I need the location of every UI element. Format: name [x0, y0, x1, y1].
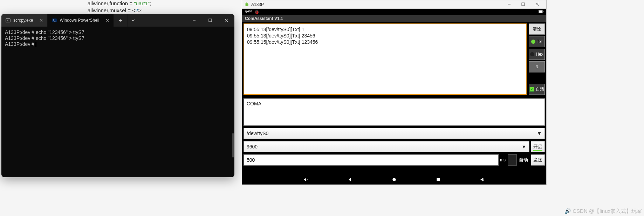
check-icon: ✔: [529, 87, 534, 92]
maximize-button[interactable]: [516, 2, 530, 7]
back-button[interactable]: [347, 177, 353, 184]
hex-mode-button[interactable]: Hex: [529, 49, 545, 60]
radio-on-icon: [531, 40, 535, 44]
code-background: allwinner,function = "uart1"; allwinner,…: [88, 0, 151, 14]
chevron-down-icon: ▼: [537, 131, 542, 136]
terminal-line: A133P:/dev # echo "123456" > ttyS7: [5, 35, 231, 41]
port-select[interactable]: /dev/ttyS0 ▼: [244, 128, 545, 139]
watermark: 🔊CSDN @【linux嵌入式】玩家: [564, 208, 642, 215]
android-navbar: [242, 176, 546, 184]
interval-input[interactable]: 500: [244, 154, 499, 166]
new-tab-button[interactable]: ＋: [114, 14, 128, 27]
svg-rect-10: [437, 178, 440, 181]
log-textarea[interactable]: 09:55:13[/dev/ttyS0][Txt] 1 09:55:13[/de…: [244, 23, 527, 95]
speaker-icon: 🔊: [564, 208, 571, 214]
count-badge: 3: [529, 61, 545, 72]
close-icon[interactable]: ✕: [39, 18, 43, 23]
send-button[interactable]: 发送: [531, 154, 545, 166]
radio-off-icon: [530, 52, 534, 56]
close-button[interactable]: [218, 14, 234, 27]
minimize-button[interactable]: [502, 2, 516, 7]
home-button[interactable]: [391, 177, 397, 184]
interval-unit: ms: [499, 154, 507, 166]
tab-scrcpy[interactable]: scrcpy.exe ✕: [1, 14, 48, 27]
svg-rect-2: [209, 19, 212, 22]
volume-icon[interactable]: [303, 177, 309, 184]
bug-icon: 🐞: [254, 10, 259, 14]
recents-button[interactable]: [436, 177, 441, 184]
open-button[interactable]: 开启: [531, 141, 545, 152]
volume-icon[interactable]: [480, 177, 485, 184]
autoclear-toggle[interactable]: ✔自清: [529, 84, 545, 95]
status-time: 9:55: [245, 10, 252, 14]
scrcpy-titlebar[interactable]: A133P: [242, 0, 546, 9]
svg-rect-8: [543, 11, 543, 12]
chevron-down-icon: ▼: [521, 144, 526, 149]
log-line: 09:55:13[/dev/ttyS0][Txt] 23456: [247, 33, 523, 39]
tab-label: Windows PowerShell: [60, 18, 99, 23]
svg-rect-1: [52, 19, 57, 22]
clear-button[interactable]: 清除: [529, 23, 545, 35]
svg-rect-5: [522, 3, 525, 6]
window-title: A133P: [251, 2, 264, 7]
svg-point-9: [392, 178, 396, 181]
app-title: ComAssistant V1.1: [242, 15, 546, 22]
close-icon[interactable]: ✕: [105, 18, 109, 23]
svg-point-3: [246, 3, 246, 3]
scrollbar-thumb[interactable]: [232, 133, 234, 158]
tab-powershell[interactable]: Windows PowerShell ✕: [48, 14, 114, 27]
close-button[interactable]: [530, 2, 544, 7]
txt-mode-button[interactable]: Txt: [529, 36, 545, 47]
android-statusbar: 9:55 🐞: [242, 9, 546, 15]
baud-select[interactable]: 9600 ▼: [244, 141, 529, 152]
auto-checkbox[interactable]: [508, 154, 517, 166]
powershell-icon: [52, 18, 57, 23]
android-screen: 9:55 🐞 ComAssistant V1.1 09:55:13[/dev/t…: [242, 9, 546, 184]
svg-point-4: [247, 3, 247, 3]
log-line: 09:55:15[/dev/ttyS0][Txt] 123456: [247, 39, 523, 45]
svg-rect-7: [539, 11, 542, 13]
cursor-icon: [36, 42, 36, 47]
tab-label: scrcpy.exe: [13, 18, 33, 23]
send-textarea[interactable]: COMA: [244, 98, 545, 126]
terminal-line: A133P:/dev # echo "123456" > ttyS7: [5, 29, 231, 35]
svg-rect-0: [6, 19, 10, 22]
android-icon: [244, 2, 249, 7]
minimize-button[interactable]: [186, 14, 202, 27]
log-line: 09:55:13[/dev/ttyS0][Txt] 1: [247, 26, 523, 33]
scrcpy-window: A133P 9:55 🐞 ComAssistant V1.1 09:55:13[…: [242, 0, 547, 185]
terminal-body[interactable]: A133P:/dev # echo "123456" > ttyS7 A133P…: [1, 27, 234, 177]
maximize-button[interactable]: [202, 14, 218, 27]
tab-dropdown-button[interactable]: [128, 14, 138, 27]
terminal-line: A133P:/dev #: [5, 41, 231, 47]
battery-icon: [539, 10, 543, 14]
terminal-titlebar[interactable]: scrcpy.exe ✕ Windows PowerShell ✕ ＋: [1, 14, 234, 27]
auto-label: 自动: [518, 154, 529, 166]
terminal-window: scrcpy.exe ✕ Windows PowerShell ✕ ＋ A133…: [1, 14, 234, 177]
terminal-icon: [6, 18, 11, 23]
